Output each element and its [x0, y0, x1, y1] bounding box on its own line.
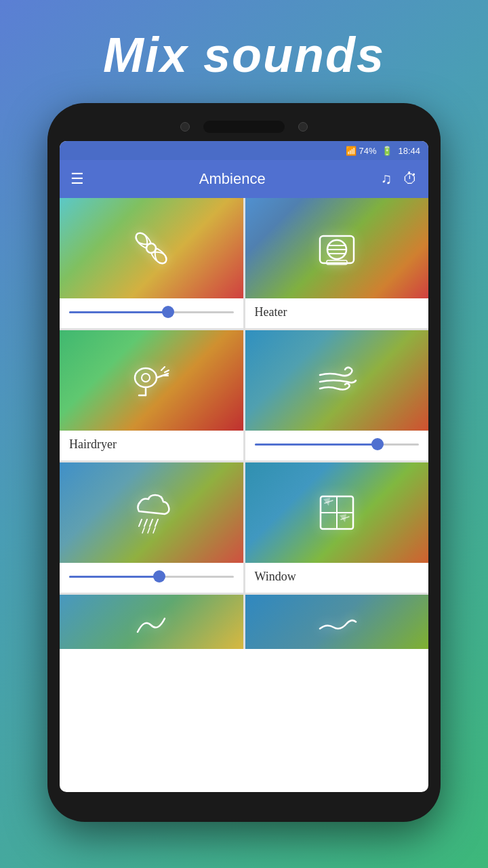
phone-frame: 📶 74% 🔋 18:44 ☰ Ambience ♫ ⏱: [47, 103, 441, 822]
rain-icon: [124, 486, 178, 540]
svg-point-7: [135, 368, 157, 387]
hairdryer-icon: [124, 353, 178, 408]
window-label: Window: [255, 570, 296, 584]
svg-line-16: [144, 519, 147, 526]
app-header: ☰ Ambience ♫ ⏱: [60, 160, 428, 198]
fan-icon: [124, 221, 178, 275]
partial-icon-2: [310, 595, 364, 649]
fan-slider-thumb[interactable]: [162, 306, 174, 318]
fan-slider[interactable]: [69, 311, 234, 313]
svg-line-20: [148, 528, 150, 533]
hairdryer-card[interactable]: Hairdryer: [60, 330, 243, 460]
window-card-bottom: Window: [245, 563, 429, 593]
svg-line-12: [161, 367, 165, 370]
battery-indicator: 🔋: [382, 146, 392, 156]
wind-card[interactable]: [245, 330, 429, 460]
time-display: 18:44: [398, 146, 420, 156]
page-title: Mix sounds: [103, 0, 385, 103]
svg-line-15: [139, 519, 142, 526]
timer-icon[interactable]: ⏱: [403, 170, 418, 188]
svg-line-13: [165, 370, 169, 372]
rain-slider-thumb[interactable]: [153, 570, 165, 583]
window-icon: [310, 486, 364, 540]
rain-card[interactable]: [60, 462, 243, 593]
partial-icon-1: [124, 595, 178, 649]
heater-label: Heater: [255, 305, 287, 319]
svg-line-18: [155, 519, 158, 526]
partial-card-1-image: [60, 595, 243, 649]
heater-card-image: [245, 198, 429, 298]
partial-card-2-image: [245, 595, 429, 649]
phone-top-bar: [60, 115, 428, 141]
phone-speaker: [203, 121, 285, 133]
svg-line-19: [142, 528, 144, 533]
phone-camera-2: [298, 122, 308, 132]
window-card[interactable]: Window: [245, 462, 429, 593]
app-title: Ambience: [199, 170, 266, 188]
phone-screen: 📶 74% 🔋 18:44 ☰ Ambience ♫ ⏱: [60, 141, 428, 792]
wind-card-bottom: [245, 431, 429, 460]
fan-slider-fill: [69, 311, 168, 313]
hairdryer-card-bottom: Hairdryer: [60, 431, 243, 460]
hairdryer-card-image: [60, 330, 243, 431]
rain-slider-fill: [69, 576, 159, 578]
wind-slider-fill: [255, 443, 378, 446]
heater-icon: [310, 221, 364, 275]
fan-card-image: [60, 198, 243, 298]
rain-card-bottom: [60, 563, 243, 593]
wind-slider-thumb[interactable]: [371, 438, 384, 450]
fan-card-bottom: [60, 298, 243, 328]
fan-card[interactable]: [60, 198, 243, 328]
hairdryer-label: Hairdryer: [69, 437, 117, 452]
sound-grid: Heater: [60, 198, 428, 649]
phone-camera: [180, 122, 190, 132]
wind-card-image: [245, 330, 429, 431]
playlist-icon[interactable]: ♫: [381, 170, 392, 188]
partial-card-1[interactable]: [60, 595, 243, 649]
fan-slider-track: [69, 311, 234, 313]
heater-card[interactable]: Heater: [245, 198, 429, 328]
svg-line-21: [153, 528, 155, 533]
wind-slider[interactable]: [255, 443, 420, 446]
wind-slider-track: [255, 443, 420, 446]
rain-card-image: [60, 462, 243, 563]
menu-button[interactable]: ☰: [70, 170, 84, 188]
window-card-image: [245, 462, 429, 563]
header-icons: ♫ ⏱: [381, 170, 418, 188]
partial-card-2[interactable]: [245, 595, 429, 649]
heater-card-bottom: Heater: [245, 298, 429, 328]
wind-icon: [310, 353, 364, 408]
status-bar: 📶 74% 🔋 18:44: [60, 141, 428, 160]
rain-slider[interactable]: [69, 576, 234, 578]
rain-slider-track: [69, 576, 234, 578]
signal-indicator: 📶 74%: [346, 146, 377, 156]
svg-line-17: [150, 519, 152, 526]
svg-point-8: [142, 374, 150, 382]
